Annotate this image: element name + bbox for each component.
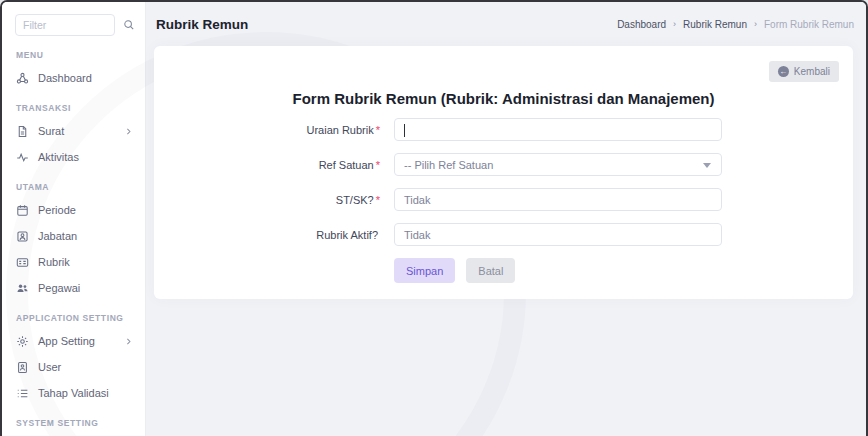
nodes-icon	[16, 72, 29, 85]
simpan-button[interactable]: Simpan	[394, 258, 455, 283]
sidebar-item-user[interactable]: User	[2, 354, 145, 380]
field-label: Uraian Rubrik*	[154, 124, 394, 136]
file-icon	[16, 125, 29, 138]
sidebar-section-menu: MENU	[2, 38, 145, 65]
filter-input[interactable]	[15, 14, 115, 36]
main-area: Rubrik Remun Dashboard › Rubrik Remun › …	[146, 2, 866, 436]
uraian-rubrik-text-field[interactable]	[404, 124, 712, 136]
rubrik-aktif-select[interactable]: Tidak	[394, 223, 722, 246]
sidebar-item-label: Jabatan	[38, 230, 77, 242]
form-row-ref-satuan: Ref Satuan* -- Pilih Ref Satuan	[154, 153, 853, 176]
sidebar-item-periode[interactable]: Periode	[2, 197, 145, 223]
sidebar: MENU Dashboard TRANSAKSI Surat	[2, 2, 146, 436]
page-title: Rubrik Remun	[156, 17, 248, 32]
activity-icon	[16, 151, 29, 164]
form-actions: Simpan Batal	[394, 258, 853, 283]
form-title: Form Rubrik Remun (Rubrik: Administrasi …	[154, 46, 853, 108]
field-label: Ref Satuan*	[154, 159, 394, 171]
kembali-label: Kembali	[794, 66, 830, 77]
sidebar-item-label: Pegawai	[38, 282, 80, 294]
form-card: ← Kembali Form Rubrik Remun (Rubrik: Adm…	[154, 46, 853, 299]
sidebar-item-label: Surat	[38, 125, 64, 137]
uraian-rubrik-input[interactable]	[394, 118, 722, 141]
sidebar-item-tahap-validasi[interactable]: Tahap Validasi	[2, 380, 145, 406]
search-icon[interactable]	[123, 19, 135, 31]
list-icon	[16, 387, 29, 400]
rubrik-aktif-selected-value: Tidak	[404, 229, 431, 241]
sidebar-item-pegawai[interactable]: Pegawai	[2, 275, 145, 301]
sidebar-item-rubrik[interactable]: Rubrik	[2, 249, 145, 275]
sidebar-item-label: Aktivitas	[38, 151, 79, 163]
required-asterisk: *	[376, 159, 380, 171]
sidebar-section-utama: UTAMA	[2, 170, 145, 197]
text-cursor	[404, 124, 405, 137]
content: ← Kembali Form Rubrik Remun (Rubrik: Adm…	[146, 46, 866, 436]
breadcrumb-dashboard[interactable]: Dashboard	[617, 19, 666, 30]
breadcrumb-separator-icon: ›	[754, 19, 757, 29]
ref-satuan-select[interactable]: -- Pilih Ref Satuan	[394, 153, 722, 176]
sidebar-item-label: Tahap Validasi	[38, 387, 109, 399]
st-sk-selected-value: Tidak	[404, 194, 431, 206]
kembali-button[interactable]: ← Kembali	[769, 61, 839, 82]
chevron-right-icon	[124, 127, 133, 136]
calendar-icon	[16, 204, 29, 217]
field-label: Rubrik Aktif?	[154, 229, 394, 241]
users-icon	[16, 282, 29, 295]
ref-satuan-selected-value: -- Pilih Ref Satuan	[404, 159, 493, 171]
required-asterisk: *	[376, 124, 380, 136]
sidebar-item-label: Periode	[38, 204, 76, 216]
sidebar-item-label: Rubrik	[38, 256, 70, 268]
form: Uraian Rubrik* Ref Satuan* -- Pilih Ref …	[154, 118, 853, 283]
app-window: MENU Dashboard TRANSAKSI Surat	[0, 0, 868, 436]
form-row-rubrik-aktif: Rubrik Aktif? Tidak	[154, 223, 853, 246]
sidebar-item-surat[interactable]: Surat	[2, 118, 145, 144]
sidebar-section-application-setting: APPLICATION SETTING	[2, 301, 145, 328]
caret-down-icon	[703, 163, 711, 168]
address-book-icon	[16, 361, 29, 374]
gear-icon	[16, 335, 29, 348]
sidebar-item-label: App Setting	[38, 335, 95, 347]
sidebar-section-transaksi: TRANSAKSI	[2, 91, 145, 118]
sidebar-item-jabatan[interactable]: Jabatan	[2, 223, 145, 249]
breadcrumb-rubrik-remun[interactable]: Rubrik Remun	[683, 19, 747, 30]
id-card-icon	[16, 256, 29, 269]
sidebar-item-label: User	[38, 361, 61, 373]
batal-button[interactable]: Batal	[466, 258, 515, 283]
sidebar-filter-row	[2, 14, 145, 38]
topbar: Rubrik Remun Dashboard › Rubrik Remun › …	[146, 2, 866, 46]
breadcrumb: Dashboard › Rubrik Remun › Form Rubrik R…	[617, 19, 854, 30]
arrow-left-icon: ←	[778, 66, 789, 77]
sidebar-item-label: Dashboard	[38, 72, 92, 84]
breadcrumb-current: Form Rubrik Remun	[764, 19, 854, 30]
form-row-uraian-rubrik: Uraian Rubrik*	[154, 118, 853, 141]
sidebar-item-dashboard[interactable]: Dashboard	[2, 65, 145, 91]
form-row-st-sk: ST/SK?* Tidak	[154, 188, 853, 211]
field-label: ST/SK?*	[154, 194, 394, 206]
sidebar-item-app-setting[interactable]: App Setting	[2, 328, 145, 354]
sidebar-item-aktivitas[interactable]: Aktivitas	[2, 144, 145, 170]
sidebar-section-system-setting: SYSTEM SETTING	[2, 406, 145, 433]
id-badge-icon	[16, 230, 29, 243]
st-sk-select[interactable]: Tidak	[394, 188, 722, 211]
chevron-right-icon	[124, 337, 133, 346]
breadcrumb-separator-icon: ›	[673, 19, 676, 29]
required-asterisk: *	[376, 194, 380, 206]
